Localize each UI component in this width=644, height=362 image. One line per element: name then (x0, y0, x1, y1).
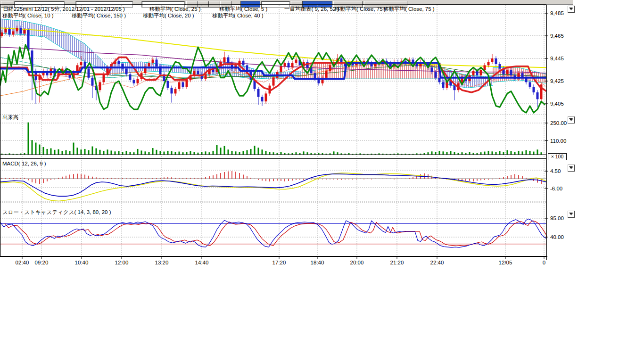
volume-bar (428, 152, 429, 155)
stoch-tick-label: 40.00 (550, 234, 564, 240)
volume-bar (507, 150, 508, 155)
volume-bar (186, 152, 188, 155)
volume-bar (107, 149, 108, 155)
volume-bar (130, 152, 131, 155)
volume-bar (205, 151, 206, 155)
time-tick-label: 10:40 (75, 260, 89, 265)
candle-up (178, 82, 181, 89)
pane-scale-dropdown-button[interactable] (568, 165, 575, 172)
candle-down (171, 88, 173, 93)
pane-scale-dropdown-button[interactable] (568, 116, 575, 123)
volume-bar (32, 140, 33, 155)
price-tick-label: 9,465 (550, 33, 564, 39)
volume-bar (465, 153, 467, 155)
volume-bar (216, 145, 218, 155)
candle-down (129, 74, 132, 80)
volume-bar (311, 153, 312, 155)
time-tick-label: 13:20 (155, 260, 169, 265)
volume-bar (265, 151, 267, 155)
volume-bar (96, 148, 97, 155)
pane-scale-dropdown-button[interactable] (568, 6, 575, 13)
volume-bar (156, 150, 157, 155)
macd-signal-line (0, 173, 546, 201)
volume-bar (35, 143, 37, 155)
candle-up (487, 62, 490, 65)
volume-bar (198, 153, 199, 155)
volume-bar (122, 152, 124, 155)
dropdown-arrow-icon (569, 118, 573, 121)
candle-up (137, 79, 139, 83)
volume-bar (209, 152, 210, 155)
volume-bar (69, 151, 71, 155)
indicator-legend-label: 一目均衡表( 9, 26, 52 ) (284, 6, 339, 13)
volume-bar (243, 151, 244, 155)
candle-up (1, 33, 3, 36)
volume-bar (194, 152, 195, 155)
volume-bar (450, 151, 452, 155)
candle-up (272, 78, 275, 86)
volume-bar (277, 153, 278, 155)
volume-bar (499, 151, 501, 155)
pane-scale-dropdown-button[interactable] (568, 211, 575, 218)
candle-up (12, 31, 15, 34)
candle-down (20, 28, 22, 33)
candle-down (167, 81, 169, 88)
volume-bar (484, 152, 486, 155)
candle-down (529, 82, 531, 87)
macd-line (0, 174, 546, 196)
stoch-tick-label: 95.00 (550, 215, 564, 221)
candle-up (99, 82, 101, 90)
dropdown-arrow-icon (569, 213, 573, 215)
volume-bar (137, 149, 139, 155)
volume-bar (111, 150, 112, 155)
volume-bar (73, 143, 74, 155)
candle-down (197, 71, 199, 74)
volume-bar (258, 148, 259, 155)
candle-up (186, 80, 188, 87)
candle-down (510, 70, 512, 75)
price-tick-label: 9,405 (550, 101, 564, 107)
candle-up (295, 59, 297, 63)
macd-pane-label: MACD( 12, 26, 9 ) (2, 161, 46, 166)
volume-bar (220, 148, 222, 155)
candle-up (329, 65, 331, 71)
volume-bar (235, 151, 237, 155)
candle-up (325, 71, 328, 77)
volume-bar (164, 152, 165, 155)
stoch-pane-label: スロー・ストキャスティクス( 14, 3, 80, 20 ) (2, 209, 111, 216)
candle-up (205, 74, 207, 79)
indicator-legend-label: 移動平均( Close, 75 ) (383, 6, 435, 13)
candle-up (223, 58, 226, 62)
volume-bar (281, 152, 282, 155)
candle-up (484, 65, 486, 70)
volume-bar (167, 151, 169, 155)
candle-down (133, 80, 135, 83)
volume-bar (28, 123, 29, 155)
indicator-legend-label: 移動平均( Close, 10 ) (2, 12, 54, 19)
indicator-legend-label: 移動平均( Close, 75 ) (335, 6, 386, 13)
candle-up (472, 71, 475, 75)
volume-bar (175, 152, 176, 155)
volume-pane-label: 出来高 (2, 114, 19, 121)
volume-bar (473, 153, 474, 155)
indicator-legend-label: 移動平均( Close, 5 ) (219, 6, 267, 13)
chart-canvas (0, 0, 644, 362)
volume-bar (81, 149, 82, 155)
volume-bar (537, 149, 538, 155)
volume-bar (239, 152, 240, 155)
price-tick-label: 9,425 (550, 78, 564, 84)
volume-bar (529, 151, 531, 155)
candle-up (5, 29, 7, 33)
time-tick-label: 12:00 (115, 260, 129, 265)
time-tick-label: 22:40 (430, 260, 444, 265)
volume-bar (462, 152, 463, 155)
volume-bar (58, 149, 59, 155)
volume-bar (141, 150, 142, 155)
volume-bar (149, 152, 150, 155)
volume-bar (118, 151, 120, 155)
volume-bar (115, 151, 116, 155)
volume-bar (303, 151, 305, 155)
time-tick-label: 20:00 (350, 260, 364, 265)
indicator-legend-label: 移動平均( Close, 150 ) (72, 12, 126, 19)
volume-bar (495, 152, 497, 155)
